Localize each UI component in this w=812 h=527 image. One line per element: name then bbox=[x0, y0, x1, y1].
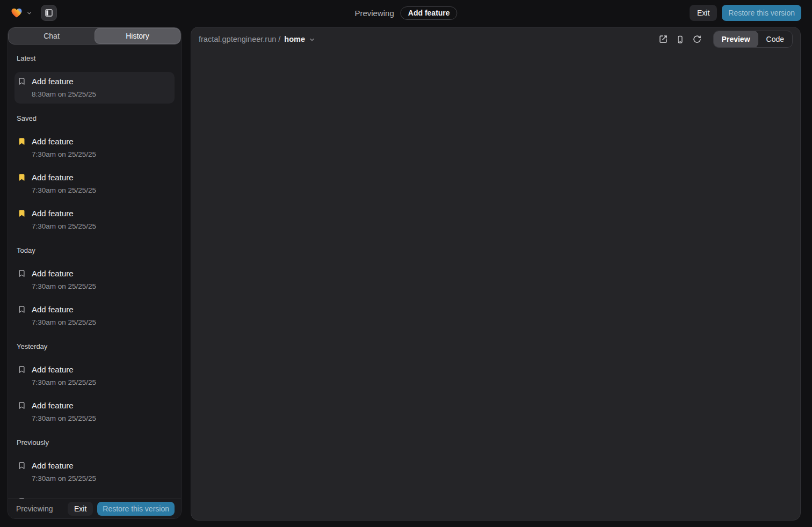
history-item-title: Add feature bbox=[32, 136, 96, 147]
history-item-timestamp: 7:30am on 25/25/25 bbox=[32, 414, 96, 423]
footer-previewing-label: Previewing bbox=[16, 504, 53, 513]
history-section-items: Add feature 7:30am on 25/25/25 Add featu… bbox=[15, 132, 175, 236]
history-item-title: Add feature bbox=[32, 364, 96, 375]
footer-exit-button[interactable]: Exit bbox=[68, 502, 93, 516]
history-section: Today Add feature 7:30am on 25/25/25 bbox=[15, 246, 175, 332]
history-item-timestamp: 7:30am on 25/25/25 bbox=[32, 474, 96, 484]
footer-restore-version-button[interactable]: Restore this version bbox=[97, 502, 175, 516]
history-item-timestamp: 7:30am on 25/25/25 bbox=[32, 222, 96, 231]
refresh-button[interactable] bbox=[693, 35, 701, 43]
history-item[interactable]: Add feature 7:30am on 25/25/25 bbox=[15, 360, 175, 392]
smartphone-icon bbox=[676, 35, 684, 43]
history-item-text: Add feature 7:30am on 25/25/25 bbox=[32, 268, 96, 291]
view-mode-tabs: Preview Code bbox=[713, 31, 793, 48]
history-item-text: Add feature 8:30am on 25/25/25 bbox=[32, 76, 96, 99]
preview-header: fractal.gptengineer.run / home bbox=[191, 27, 800, 51]
history-item-title: Add feature bbox=[32, 208, 96, 219]
history-section-items: Add feature 7:30am on 25/25/25 Add featu… bbox=[15, 360, 175, 428]
history-item[interactable]: Add feature 7:30am on 25/25/25 bbox=[15, 204, 175, 236]
history-item[interactable]: Add feature 8:30am on 25/25/25 bbox=[15, 72, 175, 104]
history-section-label: Yesterday bbox=[15, 342, 175, 350]
history-sidebar: Chat History Latest Add feature 8:30am o… bbox=[8, 27, 182, 519]
preview-panel: fractal.gptengineer.run / home bbox=[191, 27, 801, 521]
tab-history[interactable]: History bbox=[95, 28, 180, 44]
tab-code[interactable]: Code bbox=[758, 31, 792, 48]
history-item[interactable]: Add feature 7:30am on 25/25/25 bbox=[15, 300, 175, 332]
history-item-title: Add feature bbox=[32, 460, 96, 471]
bookmark-icon bbox=[18, 365, 26, 374]
history-item-timestamp: 7:30am on 25/25/25 bbox=[32, 186, 96, 195]
history-section-label: Latest bbox=[15, 54, 175, 62]
preview-content[interactable] bbox=[191, 51, 800, 520]
history-section-label: Today bbox=[15, 246, 175, 254]
history-item-timestamp: 7:30am on 25/25/25 bbox=[32, 378, 96, 387]
history-item-text: Add feature 7:30am on 25/25/25 bbox=[32, 136, 96, 159]
history-section-items: Add feature 8:30am on 25/25/25 bbox=[15, 72, 175, 104]
history-item-title: Add feature bbox=[32, 76, 96, 87]
external-link-icon bbox=[659, 35, 668, 43]
previewing-label: Previewing bbox=[354, 9, 394, 18]
preview-actions: Preview Code bbox=[659, 31, 793, 48]
mobile-view-button[interactable] bbox=[676, 35, 684, 43]
topbar: Previewing Add feature Exit Restore this… bbox=[0, 0, 812, 26]
refresh-icon bbox=[693, 35, 701, 43]
history-item-text: Add feature 7:30am on 25/25/25 bbox=[32, 400, 96, 423]
url-prefix: fractal.gptengineer.run / bbox=[199, 35, 280, 43]
history-section: Yesterday Add feature 7:30am on 25/25/25 bbox=[15, 342, 175, 428]
panel-left-icon bbox=[45, 9, 53, 17]
topbar-actions: Exit Restore this version bbox=[690, 5, 801, 21]
history-section-label: Previously bbox=[15, 438, 175, 447]
history-item[interactable]: Add feature 7:30am on 25/25/25 bbox=[15, 492, 175, 499]
history-item-timestamp: 7:30am on 25/25/25 bbox=[32, 150, 96, 159]
history-item-text: Add feature 7:30am on 25/25/25 bbox=[32, 364, 96, 387]
lovable-heart-logo[interactable] bbox=[11, 7, 23, 19]
history-item-text: Add feature 7:30am on 25/25/25 bbox=[32, 304, 96, 327]
history-item-timestamp: 7:30am on 25/25/25 bbox=[32, 282, 96, 291]
history-item[interactable]: Add feature 7:30am on 25/25/25 bbox=[15, 396, 175, 428]
history-item-text: Add feature 7:30am on 25/25/25 bbox=[32, 208, 96, 231]
bookmark-icon bbox=[18, 305, 26, 313]
url-selector[interactable]: fractal.gptengineer.run / home bbox=[199, 35, 315, 43]
history-section-items: Add feature 7:30am on 25/25/25 Add featu… bbox=[15, 264, 175, 332]
history-section-label: Saved bbox=[15, 114, 175, 122]
history-item-text: Add feature 7:30am on 25/25/25 bbox=[32, 460, 96, 484]
open-external-button[interactable] bbox=[659, 35, 668, 43]
history-item-title: Add feature bbox=[32, 304, 96, 315]
bookmark-icon bbox=[18, 269, 26, 277]
history-item-title: Add feature bbox=[32, 172, 96, 183]
history-item-timestamp: 7:30am on 25/25/25 bbox=[32, 318, 96, 327]
restore-version-button[interactable]: Restore this version bbox=[722, 5, 801, 21]
chevron-down-icon[interactable] bbox=[26, 10, 32, 16]
sidebar-mode-tabs: Chat History bbox=[8, 27, 181, 45]
history-section-items: Add feature 7:30am on 25/25/25 Add featu… bbox=[15, 456, 175, 499]
history-section: Latest Add feature 8:30am on 25/25/25 bbox=[15, 54, 175, 104]
version-badge[interactable]: Add feature bbox=[401, 6, 458, 20]
history-item-timestamp: 8:30am on 25/25/25 bbox=[32, 90, 96, 99]
tab-chat[interactable]: Chat bbox=[9, 28, 95, 44]
url-page: home bbox=[284, 35, 305, 43]
bookmark-icon bbox=[18, 462, 26, 470]
bookmark-filled-icon bbox=[18, 173, 26, 181]
history-item[interactable]: Add feature 7:30am on 25/25/25 bbox=[15, 168, 175, 200]
history-item-title: Add feature bbox=[32, 400, 96, 411]
history-item[interactable]: Add feature 7:30am on 25/25/25 bbox=[15, 132, 175, 164]
bookmark-icon bbox=[18, 401, 26, 409]
bookmark-filled-icon bbox=[18, 137, 26, 145]
history-section: Previously Add feature 7:30am on 25/25/2… bbox=[15, 438, 175, 499]
history-item[interactable]: Add feature 7:30am on 25/25/25 bbox=[15, 456, 175, 488]
tab-preview[interactable]: Preview bbox=[714, 31, 758, 48]
sidebar-toggle-button[interactable] bbox=[41, 5, 57, 21]
sidebar-footer: Previewing Exit Restore this version bbox=[8, 499, 181, 518]
topbar-left bbox=[11, 5, 57, 21]
chevron-down-icon bbox=[309, 36, 315, 43]
exit-button[interactable]: Exit bbox=[690, 5, 717, 21]
bookmark-icon bbox=[18, 77, 26, 85]
history-item[interactable]: Add feature 7:30am on 25/25/25 bbox=[15, 264, 175, 296]
history-item-text: Add feature 7:30am on 25/25/25 bbox=[32, 172, 96, 195]
bookmark-filled-icon bbox=[18, 209, 26, 217]
history-list: Latest Add feature 8:30am on 25/25/25 Sa… bbox=[8, 45, 181, 499]
history-item-title: Add feature bbox=[32, 268, 96, 279]
history-section: Saved Add feature 7:30am on 25/25/25 bbox=[15, 114, 175, 236]
topbar-status: Previewing Add feature bbox=[354, 0, 457, 26]
